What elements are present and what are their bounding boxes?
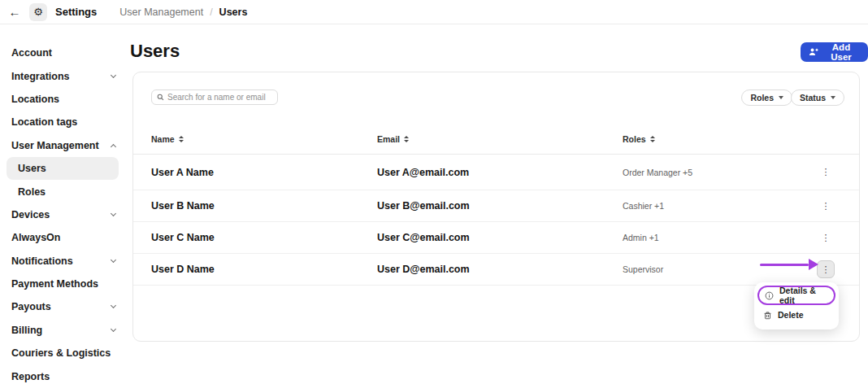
sidebar-item-location-tags[interactable]: Location tags xyxy=(0,111,127,133)
breadcrumb-separator: / xyxy=(210,7,212,18)
settings-gear-icon[interactable]: ⚙ xyxy=(29,3,47,21)
table-toolbar: Roles Status xyxy=(133,89,859,106)
sidebar-item-label: Notifications xyxy=(11,255,73,267)
search-input[interactable] xyxy=(167,93,272,102)
sidebar-item-users[interactable]: Users xyxy=(7,157,119,180)
menu-item-delete[interactable]: Delete xyxy=(757,305,835,325)
sidebar-item-reports[interactable]: Reports xyxy=(0,364,127,384)
breadcrumb-current: Users xyxy=(219,7,248,18)
sidebar-item-devices[interactable]: Devices xyxy=(0,203,127,226)
settings-sidebar: AccountIntegrationsLocationsLocation tag… xyxy=(0,24,127,384)
row-kebab-menu-icon[interactable]: ⋮ xyxy=(817,164,835,181)
sidebar-item-label: Billing xyxy=(11,325,42,336)
sidebar-item-payouts[interactable]: Payouts xyxy=(0,295,127,318)
sidebar-item-label: Locations xyxy=(11,94,59,105)
row-context-menu: Details & edit Delete xyxy=(754,282,839,329)
status-filter-dropdown[interactable]: Status xyxy=(791,89,844,106)
sidebar-item-user-management[interactable]: User Management xyxy=(0,134,127,157)
search-input-wrapper xyxy=(151,89,278,105)
breadcrumb: User Management / Users xyxy=(119,7,247,18)
column-label: Email xyxy=(377,134,400,144)
add-user-label: Add User xyxy=(822,42,860,62)
sidebar-item-label: Payment Methods xyxy=(11,278,98,290)
trash-icon xyxy=(763,311,772,320)
back-icon[interactable]: ← xyxy=(8,5,21,19)
column-header-name[interactable]: Name xyxy=(151,134,184,144)
sidebar-item-roles[interactable]: Roles xyxy=(0,180,127,203)
sidebar-item-locations[interactable]: Locations xyxy=(0,88,127,111)
user-email-cell: User B@email.com xyxy=(377,200,470,212)
chevron-down-icon xyxy=(111,72,116,78)
sidebar-item-label: Roles xyxy=(18,186,46,198)
sidebar-item-integrations[interactable]: Integrations xyxy=(0,64,127,87)
sort-icon xyxy=(650,136,655,142)
chevron-up-icon xyxy=(111,144,116,150)
chevron-down-icon xyxy=(111,303,116,308)
chevron-down-icon xyxy=(111,257,116,263)
column-label: Roles xyxy=(623,134,646,144)
sidebar-item-account[interactable]: Account xyxy=(0,41,127,64)
column-label: Name xyxy=(151,134,175,144)
user-roles-cell: Admin +1 xyxy=(623,233,659,242)
status-filter-label: Status xyxy=(800,93,826,103)
user-email-cell: User D@email.com xyxy=(377,264,470,275)
chevron-down-icon xyxy=(111,211,116,216)
table-row: User A NameUser A@email.comOrder Manager… xyxy=(133,155,859,190)
sidebar-item-label: Reports xyxy=(11,371,50,382)
sidebar-item-label: Users xyxy=(18,163,46,174)
add-user-icon xyxy=(809,47,818,57)
user-name-cell: User D Name xyxy=(151,264,215,275)
sidebar-item-label: Integrations xyxy=(11,71,70,82)
add-user-button[interactable]: Add User xyxy=(801,42,868,62)
sidebar-item-label: Payouts xyxy=(11,301,51,312)
roles-filter-dropdown[interactable]: Roles xyxy=(741,89,792,106)
menu-item-details-edit[interactable]: Details & edit xyxy=(757,286,835,305)
user-roles-cell: Cashier +1 xyxy=(623,201,664,211)
chevron-down-icon xyxy=(831,96,835,99)
users-table-body: User A NameUser A@email.comOrder Manager… xyxy=(133,155,859,286)
search-icon xyxy=(157,94,164,101)
sort-icon xyxy=(404,136,409,142)
top-bar: ← ⚙ Settings User Management / Users xyxy=(0,0,868,24)
sidebar-item-label: Account xyxy=(11,47,52,59)
table-row: User D NameUser D@email.comSupervisor⋮ xyxy=(133,254,859,286)
sidebar-item-billing[interactable]: Billing xyxy=(0,319,127,342)
roles-filter-label: Roles xyxy=(750,93,774,103)
sidebar-item-couriers-logistics[interactable]: Couriers & Logistics xyxy=(0,342,127,364)
user-name-cell: User A Name xyxy=(151,167,214,178)
user-name-cell: User C Name xyxy=(151,232,215,243)
table-row: User C NameUser C@email.comAdmin +1⋮ xyxy=(133,222,859,254)
column-header-roles[interactable]: Roles xyxy=(623,134,655,144)
user-roles-cell: Order Manager +5 xyxy=(623,168,692,177)
user-name-cell: User B Name xyxy=(151,200,215,212)
sidebar-item-alwayson[interactable]: AlwaysOn xyxy=(0,226,127,249)
sidebar-item-label: Location tags xyxy=(11,116,77,128)
sidebar-item-label: AlwaysOn xyxy=(11,232,60,243)
row-kebab-menu-icon[interactable]: ⋮ xyxy=(817,197,835,215)
users-card: Roles Status Name Email Roles User A Nam… xyxy=(132,72,860,342)
sidebar-item-label: User Management xyxy=(11,140,99,151)
row-kebab-menu-icon[interactable]: ⋮ xyxy=(817,229,835,247)
sidebar-item-notifications[interactable]: Notifications xyxy=(0,250,127,273)
chevron-down-icon xyxy=(111,326,116,332)
info-icon xyxy=(765,291,774,300)
sidebar-item-payment-methods[interactable]: Payment Methods xyxy=(0,273,127,295)
sidebar-item-label: Couriers & Logistics xyxy=(11,347,111,359)
menu-item-label: Details & edit xyxy=(779,286,828,305)
user-email-cell: User C@email.com xyxy=(377,232,470,243)
user-roles-cell: Supervisor xyxy=(623,264,663,274)
table-row: User B NameUser B@email.comCashier +1⋮ xyxy=(133,190,859,222)
menu-item-label: Delete xyxy=(778,310,804,320)
table-header: Name Email Roles xyxy=(133,134,859,154)
chevron-down-icon xyxy=(779,96,783,99)
breadcrumb-section[interactable]: User Management xyxy=(119,7,203,18)
row-kebab-menu-icon[interactable]: ⋮ xyxy=(817,260,835,278)
column-header-email[interactable]: Email xyxy=(377,134,409,144)
settings-title: Settings xyxy=(55,6,97,18)
user-email-cell: User A@email.com xyxy=(377,167,469,178)
sort-icon xyxy=(179,136,184,142)
page-title: Users xyxy=(130,41,180,62)
sidebar-item-label: Devices xyxy=(11,209,50,220)
